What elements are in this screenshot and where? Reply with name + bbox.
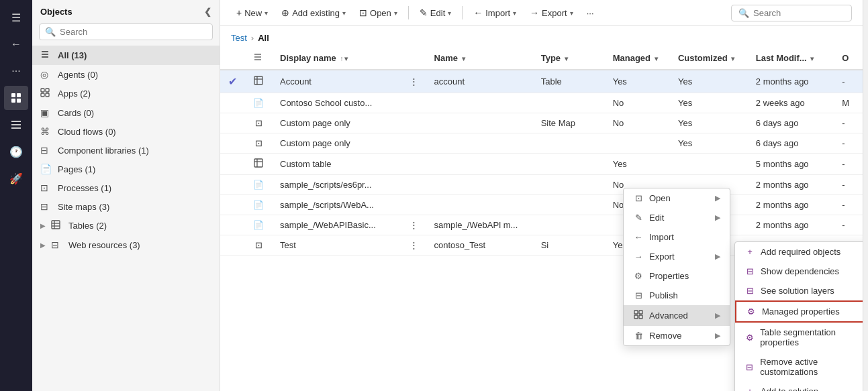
sm-item-table-seg[interactable]: ⚙ Table segmentation properties [735,323,863,352]
cm-item-advanced[interactable]: Advanced ▶ [624,305,730,326]
sidebar-collapse-icon[interactable]: ❮ [204,7,211,17]
row-checkbox[interactable] [220,113,245,133]
clock-icon[interactable]: 🕐 [4,139,28,164]
cm-import-label: Import [649,232,674,242]
puzzle-icon[interactable] [4,86,28,110]
row-type [533,195,605,215]
col-header-last-modified[interactable]: Last Modif... ▾ [748,47,834,70]
sidebar-item-cards[interactable]: ▣ Cards (0) [32,103,220,122]
row-name [426,154,533,175]
cm-remove-icon: 🗑 [633,331,644,341]
sm-item-add-required[interactable]: + Add required objects [735,242,863,262]
col-header-name[interactable]: Name ▾ [426,47,533,70]
cm-item-publish[interactable]: ⊟ Publish [624,286,730,305]
breadcrumb-test-link[interactable]: Test [231,33,247,43]
cm-item-properties[interactable]: ⚙ Properties [624,266,730,286]
rocket-icon[interactable]: 🚀 [4,166,28,190]
list-icon[interactable] [4,113,28,137]
import-button[interactable]: ← Import ▾ [468,4,522,21]
table-row[interactable]: 📄 sample_/scripts/WebA... No 2 months ag… [220,195,863,215]
row-type-icon [245,154,272,175]
add-existing-button[interactable]: ⊕ Add existing ▾ [276,4,351,21]
row-checkbox[interactable] [220,175,245,195]
back-icon[interactable]: ← [4,32,28,56]
row-context-dots[interactable] [401,113,426,133]
row-checkbox[interactable] [220,154,245,175]
open-button[interactable]: ⊡ Open ▾ [354,4,403,21]
row-context-dots[interactable] [401,93,426,113]
toolbar-divider-1 [408,6,409,19]
edit-button[interactable]: ✎ Edit ▾ [414,4,456,21]
sidebar-item-agents[interactable]: ◎ Agents (0) [32,65,220,84]
row-context-dots[interactable]: ⋮ [401,215,426,235]
hamburger-icon[interactable]: ☰ [4,5,28,30]
sm-item-add-solution[interactable]: + Add to solution [735,382,863,391]
add-existing-icon: ⊕ [281,7,289,18]
sidebar-item-processes[interactable]: ⊡ Processes (1) [32,178,220,197]
sm-item-managed-props[interactable]: ⚙ Managed properties [735,300,863,323]
sm-item-remove-active[interactable]: ⊟ Remove active customizations [735,352,863,382]
cm-item-export[interactable]: → Export ▶ [624,247,730,266]
row-o: - [834,70,863,93]
sidebar-item-site-maps[interactable]: ⊟ Site maps (3) [32,197,220,216]
export-button[interactable]: → Export ▾ [524,4,579,21]
cm-properties-icon: ⚙ [633,271,644,281]
svg-rect-21 [254,76,262,85]
cm-edit-label: Edit [649,213,664,223]
row-context-dots[interactable] [401,154,426,175]
table-row[interactable]: Custom table Yes 5 months ago - [220,154,863,175]
col-header-type[interactable]: Type ▾ [533,47,605,70]
table-row[interactable]: ✔ Account ⋮ account Table Yes Yes 2 mont… [220,70,863,93]
sidebar-item-apps[interactable]: Apps (2) [32,84,220,103]
row-checkbox[interactable] [220,235,245,256]
more-button[interactable]: ··· [581,5,599,21]
sidebar-search-container: 🔍 [39,23,213,40]
cm-export-icon: → [633,252,644,262]
table-row[interactable]: ⊡ Custom page only Yes 6 days ago - [220,133,863,154]
new-button[interactable]: + New ▾ [231,4,273,21]
row-checkbox[interactable] [220,195,245,215]
sm-item-show-deps[interactable]: ⊟ Show dependencies [735,262,863,281]
row-type-icon: 📄 [245,195,272,215]
row-checkbox[interactable] [220,133,245,154]
sidebar-item-label-all: All (13) [58,50,211,60]
col-header-customized[interactable]: Customized ▾ [670,47,748,70]
sidebar-item-pages[interactable]: 📄 Pages (1) [32,160,220,178]
row-context-dots[interactable]: ⋮ [401,70,426,93]
row-last-modified: 2 months ago [748,175,834,195]
sm-item-see-solution[interactable]: ⊟ See solution layers [735,281,863,300]
row-checkbox[interactable] [220,215,245,235]
sidebar-item-label-processes: Processes (1) [58,183,211,193]
row-checkbox[interactable] [220,93,245,113]
more-icon[interactable]: ··· [4,59,28,83]
cm-item-edit[interactable]: ✎ Edit ▶ [624,208,730,227]
table-row[interactable]: ⊡ Custom page only Site Map No Yes 6 day… [220,113,863,133]
row-context-dots[interactable] [401,133,426,154]
svg-rect-10 [41,89,44,92]
cm-item-open[interactable]: ⊡ Open ▶ [624,188,730,208]
edit-label: Edit [430,8,445,18]
table-row[interactable]: 📄 Contoso School custo... No Yes 2 weeks… [220,93,863,113]
sidebar-search-input[interactable] [60,27,207,37]
sidebar-item-component-libraries[interactable]: ⊟ Component libraries (1) [32,141,220,160]
right-scrollbar[interactable] [863,0,868,391]
row-checkbox[interactable]: ✔ [220,70,245,93]
row-context-dots[interactable] [401,175,426,195]
row-type-icon: 📄 [245,175,272,195]
cm-item-remove[interactable]: 🗑 Remove ▶ [624,326,730,345]
table-row[interactable]: 📄 sample_/WebAPIBasic... ⋮ sample_/WebAP… [220,215,863,235]
sidebar-item-cloud-flows[interactable]: ⌘ Cloud flows (0) [32,122,220,141]
sidebar-item-all[interactable]: All (13) [32,46,220,65]
sidebar-header: Objects ❮ [32,0,220,23]
toolbar-search-input[interactable] [753,8,845,18]
row-last-modified: 6 days ago [748,113,834,133]
row-context-dots[interactable] [401,195,426,215]
toolbar-search-container: 🔍 [731,5,852,21]
row-context-dots[interactable]: ⋮ [401,235,426,256]
table-row[interactable]: 📄 sample_/scripts/es6pr... No 2 months a… [220,175,863,195]
col-header-managed[interactable]: Managed ▾ [605,47,670,70]
sidebar-item-tables[interactable]: ▶ Tables (2) [32,216,220,235]
sidebar-item-web-resources[interactable]: ▶ ⊟ Web resources (3) [32,235,220,254]
cm-item-import[interactable]: ← Import [624,227,730,247]
col-header-display-name[interactable]: Display name ↑▾ [272,47,401,70]
